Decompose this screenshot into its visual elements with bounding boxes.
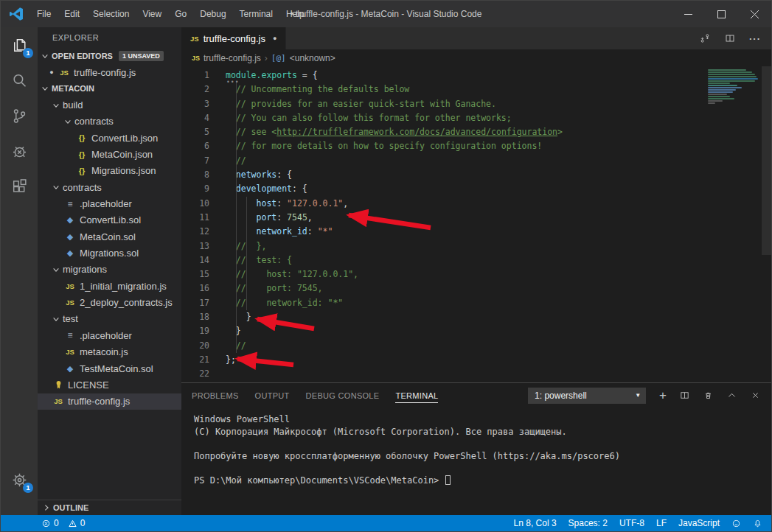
new-terminal-icon[interactable]: + bbox=[659, 389, 667, 402]
code-line-22[interactable]: 22 bbox=[181, 367, 771, 381]
code-line-18[interactable]: 18 } bbox=[181, 310, 771, 324]
extensions-icon[interactable] bbox=[1, 169, 38, 204]
open-editors-header[interactable]: OPEN EDITORS 1 UNSAVED bbox=[38, 48, 181, 64]
warning-count[interactable]: 0 bbox=[68, 518, 86, 528]
status-utf-8[interactable]: UTF-8 bbox=[619, 518, 644, 528]
tree-file-license[interactable]: LICENSE bbox=[38, 377, 181, 393]
panel-tab-terminal[interactable]: TERMINAL bbox=[395, 388, 438, 403]
status-ln-8-col-3[interactable]: Ln 8, Col 3 bbox=[514, 518, 557, 528]
status-lf[interactable]: LF bbox=[656, 518, 667, 528]
code-line-19[interactable]: 19 } bbox=[181, 324, 771, 338]
code-line-8[interactable]: 8 networks: { bbox=[181, 168, 771, 182]
close-window-button[interactable] bbox=[738, 1, 771, 27]
tree-file--placeholder[interactable]: ≡.placeholder bbox=[38, 327, 181, 343]
status-javascript[interactable]: JavaScript bbox=[678, 518, 720, 528]
code-line-9[interactable]: 9 development: { bbox=[181, 182, 771, 196]
code-line-2[interactable]: 2 // Uncommenting the defaults below bbox=[181, 83, 771, 97]
tree-file-convertlib-sol[interactable]: ◆ConvertLib.sol bbox=[38, 212, 181, 228]
editor-scrollbar[interactable] bbox=[762, 66, 771, 255]
code-line-17[interactable]: 17 // network_id: "*" bbox=[181, 296, 771, 310]
manage-gear-icon[interactable]: 1 bbox=[1, 462, 38, 497]
close-panel-icon[interactable] bbox=[750, 390, 761, 401]
error-count[interactable]: 0 bbox=[41, 518, 59, 528]
tree-file-metacoin-json[interactable]: {}MetaCoin.json bbox=[38, 146, 181, 162]
code-line-15[interactable]: 15 // host: "127.0.0.1", bbox=[181, 267, 771, 281]
menu-terminal[interactable]: Terminal bbox=[233, 1, 279, 27]
explorer-icon[interactable]: 1 bbox=[1, 27, 38, 63]
minimap[interactable] bbox=[708, 69, 759, 105]
panel-tab-problems[interactable]: PROBLEMS bbox=[192, 388, 239, 403]
js-file-icon: JS bbox=[192, 55, 200, 62]
menu-edit[interactable]: Edit bbox=[58, 1, 86, 27]
maximize-button[interactable] bbox=[705, 1, 738, 27]
terminal-output[interactable]: Windows PowerShell(C) Корпорация Майкрос… bbox=[181, 407, 771, 486]
code-line-20[interactable]: 20 // bbox=[181, 339, 771, 353]
menu-debug[interactable]: Debug bbox=[193, 1, 232, 27]
tree-file-convertlib-json[interactable]: {}ConvertLib.json bbox=[38, 130, 181, 146]
terminal-shell-select[interactable]: 1: powershell ▼ bbox=[528, 388, 646, 404]
tree-folder-migrations[interactable]: migrations bbox=[38, 262, 181, 278]
code-text: // network_id: "*" bbox=[209, 296, 343, 310]
menu-file[interactable]: File bbox=[30, 1, 58, 27]
project-root-header[interactable]: METACOIN bbox=[38, 80, 181, 97]
code-line-7[interactable]: 7 // bbox=[181, 154, 771, 168]
code-line-12[interactable]: 12 network_id: "*" bbox=[181, 225, 771, 239]
debug-icon[interactable] bbox=[1, 133, 38, 169]
code-line-10[interactable]: 10 host: "127.0.0.1", bbox=[181, 197, 771, 211]
code-line-6[interactable]: 6 // for more details on how to specify … bbox=[181, 139, 771, 153]
terminal-line: (C) Корпорация Майкрософт (Microsoft Cor… bbox=[194, 426, 771, 438]
search-icon[interactable] bbox=[1, 63, 38, 98]
code-line-3[interactable]: 3 // provides for an easier quick-start … bbox=[181, 97, 771, 111]
tree-file-truffle-config-js[interactable]: JStruffle-config.js bbox=[38, 393, 181, 410]
more-actions-icon[interactable]: ··· bbox=[749, 33, 761, 44]
maximize-panel-icon[interactable] bbox=[726, 390, 737, 401]
modified-dot-icon[interactable]: ● bbox=[273, 35, 277, 42]
tree-file-2-deploy-contracts-js[interactable]: JS2_deploy_contracts.js bbox=[38, 294, 181, 310]
tree-item-label: LICENSE bbox=[68, 379, 109, 391]
tree-file-1-initial-migration-js[interactable]: JS1_initial_migration.js bbox=[38, 278, 181, 294]
split-editor-icon[interactable] bbox=[724, 32, 736, 44]
tree-folder-test[interactable]: test bbox=[38, 311, 181, 327]
tree-file--placeholder[interactable]: ≡.placeholder bbox=[38, 195, 181, 211]
panel-tab-output[interactable]: OUTPUT bbox=[255, 388, 290, 403]
breadcrumb-symbol[interactable]: <unknown> bbox=[290, 53, 335, 63]
tree-folder-build[interactable]: build bbox=[38, 97, 181, 113]
code-line-21[interactable]: 21}; bbox=[181, 353, 771, 367]
code-line-5[interactable]: 5 // see <http://truffleframework.com/do… bbox=[181, 125, 771, 139]
tree-folder-contracts[interactable]: contracts bbox=[38, 113, 181, 130]
status-spaces-2[interactable]: Spaces: 2 bbox=[568, 518, 608, 528]
code-line-1[interactable]: 1module.exports = { bbox=[181, 69, 771, 83]
tree-file-metacoin-js[interactable]: JSmetacoin.js bbox=[38, 344, 181, 360]
open-editor-item[interactable]: ●JStruffle-config.js bbox=[38, 64, 181, 80]
code-line-14[interactable]: 14 // test: { bbox=[181, 253, 771, 267]
code-line-4[interactable]: 4 // You can also follow this format for… bbox=[181, 111, 771, 125]
tree-item-label: test bbox=[63, 313, 78, 324]
menu-selection[interactable]: Selection bbox=[86, 1, 136, 27]
panel-tab-debug-console[interactable]: DEBUG CONSOLE bbox=[306, 388, 380, 403]
open-changes-icon[interactable] bbox=[699, 32, 711, 44]
source-control-icon[interactable] bbox=[1, 98, 38, 133]
code-editor[interactable]: 1module.exports = {2 // Uncommenting the… bbox=[181, 66, 771, 382]
bell-icon[interactable] bbox=[753, 519, 762, 528]
menu-view[interactable]: View bbox=[136, 1, 168, 27]
feedback-icon[interactable] bbox=[731, 519, 741, 528]
line-number: 22 bbox=[181, 367, 209, 381]
terminal-cursor bbox=[445, 475, 451, 485]
tab-truffle-config[interactable]: JS truffle-config.js ● bbox=[181, 27, 286, 49]
outline-section[interactable]: OUTLINE bbox=[38, 500, 181, 515]
minimize-button[interactable] bbox=[672, 1, 705, 27]
split-terminal-icon[interactable] bbox=[679, 390, 690, 401]
code-text: networks: { bbox=[209, 168, 292, 182]
code-line-13[interactable]: 13 // }, bbox=[181, 239, 771, 253]
kill-terminal-icon[interactable] bbox=[703, 390, 714, 401]
breadcrumb-file[interactable]: truffle-config.js bbox=[204, 53, 261, 63]
code-line-11[interactable]: 11 port: 7545, bbox=[181, 211, 771, 225]
tree-file-testmetacoin-sol[interactable]: ◆TestMetaCoin.sol bbox=[38, 360, 181, 377]
code-line-16[interactable]: 16 // port: 7545, bbox=[181, 281, 771, 295]
tree-file-migrations-sol[interactable]: ◆Migrations.sol bbox=[38, 245, 181, 261]
menu-go[interactable]: Go bbox=[168, 1, 193, 27]
tree-folder-contracts[interactable]: contracts bbox=[38, 179, 181, 195]
tree-file-migrations-json[interactable]: {}Migrations.json bbox=[38, 163, 181, 179]
tree-file-metacoin-sol[interactable]: ◆MetaCoin.sol bbox=[38, 228, 181, 245]
tree-item-label: TestMetaCoin.sol bbox=[80, 363, 153, 374]
